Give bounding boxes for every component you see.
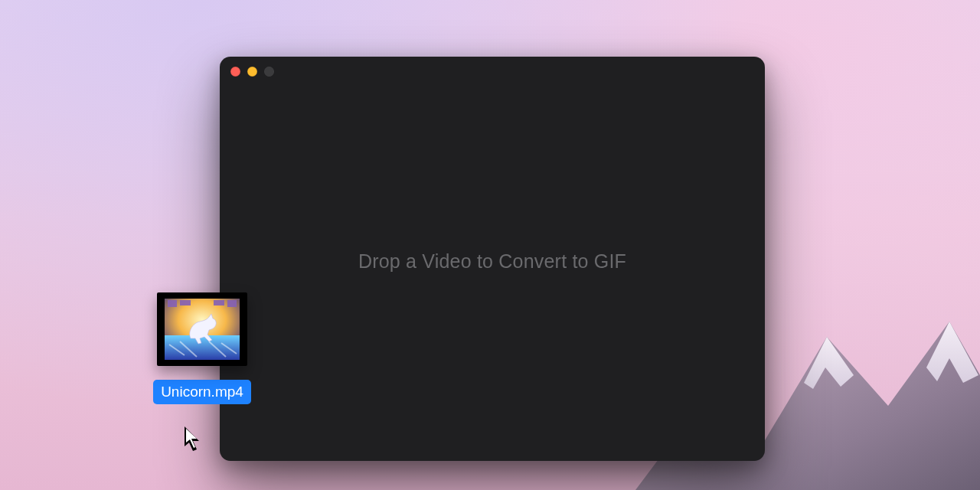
titlebar[interactable] <box>220 57 765 86</box>
video-thumbnail[interactable] <box>157 292 247 366</box>
cursor-icon <box>184 426 204 453</box>
svg-rect-4 <box>214 300 224 305</box>
zoom-icon[interactable] <box>264 67 274 77</box>
drop-zone-message: Drop a Video to Convert to GIF <box>358 250 626 273</box>
file-name-label[interactable]: Unicorn.mp4 <box>153 380 251 404</box>
close-icon[interactable] <box>230 67 240 77</box>
minimize-icon[interactable] <box>247 67 257 77</box>
desktop-file[interactable]: Unicorn.mp4 <box>138 292 266 404</box>
svg-marker-11 <box>186 429 197 448</box>
app-window[interactable]: Drop a Video to Convert to GIF <box>220 57 765 461</box>
svg-rect-2 <box>168 300 177 307</box>
svg-rect-3 <box>180 300 191 305</box>
svg-rect-5 <box>227 300 237 307</box>
svg-marker-10 <box>185 426 199 451</box>
thumbnail-image <box>165 299 240 360</box>
drop-zone[interactable]: Drop a Video to Convert to GIF <box>220 86 765 461</box>
desktop-wallpaper: Drop a Video to Convert to GIF <box>0 0 980 490</box>
